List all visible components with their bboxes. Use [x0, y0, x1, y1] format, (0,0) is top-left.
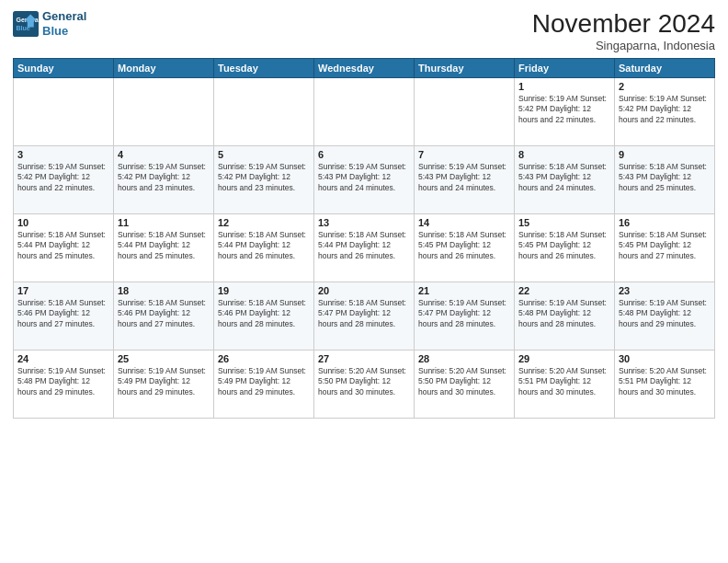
day-info: Sunrise: 5:18 AM Sunset: 5:46 PM Dayligh… [218, 298, 310, 329]
day-info: Sunrise: 5:18 AM Sunset: 5:45 PM Dayligh… [518, 230, 610, 261]
day-number: 22 [518, 285, 610, 296]
day-info: Sunrise: 5:20 AM Sunset: 5:50 PM Dayligh… [318, 366, 410, 397]
logo-icon: General Blue [13, 11, 39, 37]
table-row: 23Sunrise: 5:19 AM Sunset: 5:48 PM Dayli… [615, 282, 715, 350]
day-number: 29 [518, 353, 610, 364]
month-title: November 2024 [532, 9, 715, 39]
day-number: 26 [218, 353, 310, 364]
day-number: 18 [118, 285, 210, 296]
day-info: Sunrise: 5:20 AM Sunset: 5:51 PM Dayligh… [619, 366, 711, 397]
table-row: 8Sunrise: 5:18 AM Sunset: 5:43 PM Daylig… [515, 146, 615, 214]
table-row [114, 78, 214, 146]
table-row: 4Sunrise: 5:19 AM Sunset: 5:42 PM Daylig… [114, 146, 214, 214]
day-info: Sunrise: 5:18 AM Sunset: 5:44 PM Dayligh… [118, 230, 210, 261]
day-number: 10 [17, 217, 109, 228]
table-row: 18Sunrise: 5:18 AM Sunset: 5:46 PM Dayli… [114, 282, 214, 350]
day-number: 21 [418, 285, 510, 296]
day-number: 13 [318, 217, 410, 228]
header-monday: Monday [114, 59, 214, 78]
day-info: Sunrise: 5:18 AM Sunset: 5:43 PM Dayligh… [619, 162, 711, 193]
table-row: 19Sunrise: 5:18 AM Sunset: 5:46 PM Dayli… [214, 282, 314, 350]
logo-line2: Blue [42, 24, 68, 38]
day-number: 28 [418, 353, 510, 364]
day-info: Sunrise: 5:19 AM Sunset: 5:42 PM Dayligh… [619, 94, 711, 125]
table-row: 17Sunrise: 5:18 AM Sunset: 5:46 PM Dayli… [14, 282, 114, 350]
day-number: 30 [619, 353, 711, 364]
day-number: 20 [318, 285, 410, 296]
location-subtitle: Singaparna, Indonesia [532, 39, 715, 52]
day-info: Sunrise: 5:18 AM Sunset: 5:44 PM Dayligh… [218, 230, 310, 261]
day-info: Sunrise: 5:18 AM Sunset: 5:44 PM Dayligh… [318, 230, 410, 261]
table-row: 28Sunrise: 5:20 AM Sunset: 5:50 PM Dayli… [415, 350, 515, 419]
day-info: Sunrise: 5:19 AM Sunset: 5:48 PM Dayligh… [518, 298, 610, 329]
header-tuesday: Tuesday [214, 59, 314, 78]
day-info: Sunrise: 5:18 AM Sunset: 5:47 PM Dayligh… [318, 298, 410, 329]
calendar-week-1: 1Sunrise: 5:19 AM Sunset: 5:42 PM Daylig… [14, 78, 715, 146]
day-number: 3 [17, 149, 109, 160]
table-row: 9Sunrise: 5:18 AM Sunset: 5:43 PM Daylig… [615, 146, 715, 214]
day-number: 5 [218, 149, 310, 160]
day-number: 16 [619, 217, 711, 228]
header-thursday: Thursday [415, 59, 515, 78]
table-row: 26Sunrise: 5:19 AM Sunset: 5:49 PM Dayli… [214, 350, 314, 419]
day-info: Sunrise: 5:18 AM Sunset: 5:46 PM Dayligh… [17, 298, 109, 329]
day-number: 19 [218, 285, 310, 296]
table-row: 20Sunrise: 5:18 AM Sunset: 5:47 PM Dayli… [314, 282, 415, 350]
day-number: 27 [318, 353, 410, 364]
calendar-week-5: 24Sunrise: 5:19 AM Sunset: 5:48 PM Dayli… [14, 350, 715, 419]
header: General Blue General Blue November 2024 … [13, 9, 715, 52]
day-number: 9 [619, 149, 711, 160]
day-info: Sunrise: 5:19 AM Sunset: 5:48 PM Dayligh… [619, 298, 711, 329]
svg-rect-0 [13, 11, 39, 37]
day-info: Sunrise: 5:19 AM Sunset: 5:49 PM Dayligh… [218, 366, 310, 397]
day-number: 17 [17, 285, 109, 296]
table-row: 15Sunrise: 5:18 AM Sunset: 5:45 PM Dayli… [515, 214, 615, 282]
table-row: 14Sunrise: 5:18 AM Sunset: 5:45 PM Dayli… [415, 214, 515, 282]
day-info: Sunrise: 5:19 AM Sunset: 5:43 PM Dayligh… [418, 162, 510, 193]
day-info: Sunrise: 5:20 AM Sunset: 5:50 PM Dayligh… [418, 366, 510, 397]
day-number: 11 [118, 217, 210, 228]
day-info: Sunrise: 5:19 AM Sunset: 5:42 PM Dayligh… [17, 162, 109, 193]
day-info: Sunrise: 5:18 AM Sunset: 5:44 PM Dayligh… [17, 230, 109, 261]
calendar-table: Sunday Monday Tuesday Wednesday Thursday… [13, 58, 715, 419]
title-block: November 2024 Singaparna, Indonesia [532, 9, 715, 52]
table-row: 30Sunrise: 5:20 AM Sunset: 5:51 PM Dayli… [615, 350, 715, 419]
day-info: Sunrise: 5:18 AM Sunset: 5:46 PM Dayligh… [118, 298, 210, 329]
table-row [415, 78, 515, 146]
table-row: 6Sunrise: 5:19 AM Sunset: 5:43 PM Daylig… [314, 146, 415, 214]
table-row: 16Sunrise: 5:18 AM Sunset: 5:45 PM Dayli… [615, 214, 715, 282]
header-sunday: Sunday [14, 59, 114, 78]
day-info: Sunrise: 5:18 AM Sunset: 5:43 PM Dayligh… [518, 162, 610, 193]
table-row: 11Sunrise: 5:18 AM Sunset: 5:44 PM Dayli… [114, 214, 214, 282]
table-row: 21Sunrise: 5:19 AM Sunset: 5:47 PM Dayli… [415, 282, 515, 350]
day-number: 14 [418, 217, 510, 228]
table-row: 10Sunrise: 5:18 AM Sunset: 5:44 PM Dayli… [14, 214, 114, 282]
day-number: 8 [518, 149, 610, 160]
day-info: Sunrise: 5:20 AM Sunset: 5:51 PM Dayligh… [518, 366, 610, 397]
table-row: 7Sunrise: 5:19 AM Sunset: 5:43 PM Daylig… [415, 146, 515, 214]
day-number: 7 [418, 149, 510, 160]
logo-line1: General [42, 9, 86, 23]
day-info: Sunrise: 5:19 AM Sunset: 5:42 PM Dayligh… [218, 162, 310, 193]
table-row: 2Sunrise: 5:19 AM Sunset: 5:42 PM Daylig… [615, 78, 715, 146]
calendar-week-2: 3Sunrise: 5:19 AM Sunset: 5:42 PM Daylig… [14, 146, 715, 214]
day-number: 12 [218, 217, 310, 228]
logo-text: General Blue [42, 9, 86, 38]
calendar-week-4: 17Sunrise: 5:18 AM Sunset: 5:46 PM Dayli… [14, 282, 715, 350]
day-info: Sunrise: 5:19 AM Sunset: 5:42 PM Dayligh… [518, 94, 610, 125]
day-number: 24 [17, 353, 109, 364]
day-number: 23 [619, 285, 711, 296]
table-row: 3Sunrise: 5:19 AM Sunset: 5:42 PM Daylig… [14, 146, 114, 214]
day-number: 15 [518, 217, 610, 228]
table-row: 29Sunrise: 5:20 AM Sunset: 5:51 PM Dayli… [515, 350, 615, 419]
header-friday: Friday [515, 59, 615, 78]
table-row: 24Sunrise: 5:19 AM Sunset: 5:48 PM Dayli… [14, 350, 114, 419]
table-row [314, 78, 415, 146]
day-number: 4 [118, 149, 210, 160]
day-info: Sunrise: 5:19 AM Sunset: 5:47 PM Dayligh… [418, 298, 510, 329]
day-number: 25 [118, 353, 210, 364]
day-info: Sunrise: 5:18 AM Sunset: 5:45 PM Dayligh… [619, 230, 711, 261]
day-number: 1 [518, 81, 610, 92]
header-saturday: Saturday [615, 59, 715, 78]
table-row: 27Sunrise: 5:20 AM Sunset: 5:50 PM Dayli… [314, 350, 415, 419]
